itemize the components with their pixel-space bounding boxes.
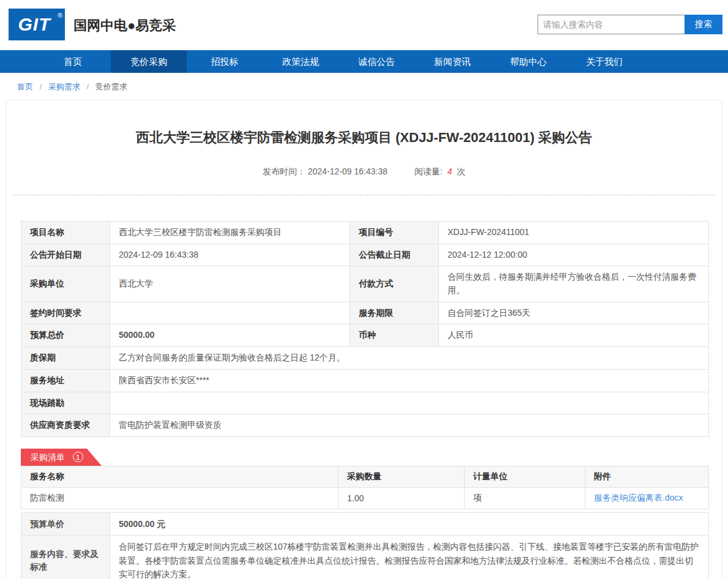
column-header: 采购数量 (339, 466, 465, 487)
column-header: 服务名称 (21, 466, 339, 487)
article-meta: 发布时间： 2024-12-09 16:43:38 阅读量: 4 次 (21, 166, 707, 177)
table-row: 服务内容、要求及标准 合同签订后在甲方规定时间内完成三校区107栋楼宇防雷装置检… (21, 536, 709, 579)
nav-item-bidding-purchase[interactable]: 竞价采购 (111, 50, 187, 73)
site-title: 国网中电●易竞采 (73, 17, 176, 35)
nav-item-policies[interactable]: 政策法规 (263, 50, 339, 73)
site-header: GIT ® 国网中电●易竞采 搜索 (0, 0, 728, 50)
field-value: 西北大学 (110, 266, 350, 302)
views-unit: 次 (457, 166, 465, 176)
field-value: XDJJ-FW-202411001 (439, 222, 709, 244)
purchase-list-section-header: 采购清单 1 (21, 449, 707, 466)
field-value: 乙方对合同服务的质量保证期为验收合格后之日起 12个月。 (110, 347, 709, 370)
table-header-row: 服务名称 采购数量 计量单位 附件 (21, 466, 709, 487)
attachment-cell: 服务类响应偏离表.docx (585, 487, 709, 509)
field-value: 自合同签订之日365天 (439, 302, 709, 324)
table-row: 现场踏勘 (21, 392, 709, 414)
breadcrumb-separator: / (40, 82, 42, 91)
page-title: 西北大学三校区楼宇防雷检测服务采购项目 (XDJJ-FW-202411001) … (21, 129, 707, 147)
search-button[interactable]: 搜索 (685, 15, 722, 34)
site-logo[interactable]: GIT ® (9, 9, 65, 40)
field-label: 项目名称 (21, 222, 110, 244)
field-value (110, 392, 709, 414)
nav-item-integrity-notice[interactable]: 诚信公告 (339, 50, 415, 73)
field-value: 合同签订后在甲方规定时间内完成三校区107栋楼宇防雷装置检测并出具检测报告，检测… (110, 536, 709, 579)
service-name-cell: 防雷检测 (21, 487, 339, 509)
field-value: 2024-12-12 12:00:00 (439, 244, 709, 266)
nav-item-home[interactable]: 首页 (35, 50, 111, 73)
service-detail-table: 预算单价 50000.00 元 服务内容、要求及标准 合同签订后在甲方规定时间内… (21, 512, 709, 579)
field-label: 采购单位 (21, 266, 110, 302)
budget-total-value: 50000.00 (110, 324, 350, 347)
search-input[interactable] (538, 15, 685, 34)
nav-item-news[interactable]: 新闻资讯 (415, 50, 490, 73)
field-label: 签约时间要求 (21, 302, 110, 324)
unit-cell: 项 (465, 487, 585, 509)
dashed-divider (13, 195, 715, 195)
views-label: 阅读量: (415, 166, 443, 176)
search-bar: 搜索 (538, 15, 722, 34)
table-row: 服务地址 陕西省西安市长安区**** (21, 369, 709, 392)
unit-price-value: 50000.00 元 (110, 512, 709, 535)
field-label: 供应商资质要求 (21, 414, 110, 437)
purchase-list-table: 服务名称 采购数量 计量单位 附件 防雷检测 1.00 项 服务类响应偏离表.d… (21, 466, 709, 509)
field-label: 公告开始日期 (21, 244, 110, 266)
publish-time-value: 2024-12-09 16:43:38 (308, 166, 388, 176)
table-row: 供应商资质要求 雷电防护装置检测甲级资质 (21, 414, 709, 437)
project-info-table: 项目名称 西北大学三校区楼宇防雷检测服务采购项目 项目编号 XDJJ-FW-20… (21, 221, 709, 437)
table-row: 签约时间要求 服务期限 自合同签订之日365天 (21, 302, 709, 324)
nav-item-tender[interactable]: 招投标 (187, 50, 263, 73)
breadcrumb: 首页 / 采购需求 / 竞价需求 (0, 73, 728, 100)
nav-item-about-us[interactable]: 关于我们 (566, 50, 642, 73)
breadcrumb-current: 竞价需求 (96, 82, 127, 91)
attachment-link[interactable]: 服务类响应偏离表.docx (594, 493, 683, 502)
column-header: 计量单位 (465, 466, 585, 487)
logo-text: GIT (18, 14, 56, 34)
nav-item-help-center[interactable]: 帮助中心 (490, 50, 566, 73)
ribbon-label: 采购清单 (31, 452, 65, 462)
table-row: 项目名称 西北大学三校区楼宇防雷检测服务采购项目 项目编号 XDJJ-FW-20… (21, 222, 709, 244)
column-header: 附件 (585, 466, 709, 487)
breadcrumb-purchase-demand[interactable]: 采购需求 (48, 82, 80, 91)
field-label: 预算单价 (21, 512, 110, 535)
table-row: 采购单位 西北大学 付款方式 合同生效后，待服务期满并经甲方验收合格后，一次性付… (21, 266, 709, 302)
field-label: 现场踏勘 (21, 392, 110, 414)
field-value: 陕西省西安市长安区**** (110, 369, 709, 392)
field-label: 服务地址 (21, 369, 110, 392)
field-label: 质保期 (21, 347, 110, 370)
registered-mark-icon: ® (58, 12, 62, 19)
field-label: 服务期限 (350, 302, 439, 324)
table-row: 预算单价 50000.00 元 (21, 512, 709, 535)
field-label: 服务内容、要求及标准 (21, 536, 110, 579)
table-row: 质保期 乙方对合同服务的质量保证期为验收合格后之日起 12个月。 (21, 347, 709, 370)
announcement-card: 西北大学三校区楼宇防雷检测服务采购项目 (XDJJ-FW-202411001) … (6, 100, 722, 579)
field-value: 2024-12-09 16:43:38 (110, 244, 350, 266)
field-label: 项目编号 (350, 222, 439, 244)
field-value: 人民币 (439, 324, 709, 347)
views-count: 4 (447, 166, 452, 176)
breadcrumb-separator: / (87, 82, 89, 91)
field-label: 公告截止日期 (350, 244, 439, 266)
table-row: 公告开始日期 2024-12-09 16:43:38 公告截止日期 2024-1… (21, 244, 709, 266)
field-label: 付款方式 (350, 266, 439, 302)
count-badge: 1 (73, 452, 83, 462)
table-row: 预算总价 50000.00 币种 人民币 (21, 324, 709, 347)
field-value (110, 302, 350, 324)
field-label: 预算总价 (21, 324, 110, 347)
breadcrumb-home[interactable]: 首页 (17, 82, 33, 91)
field-label: 币种 (350, 324, 439, 347)
quantity-cell: 1.00 (339, 487, 465, 509)
purchase-list-ribbon: 采购清单 1 (21, 449, 102, 466)
field-value: 合同生效后，待服务期满并经甲方验收合格后，一次性付清服务费用。 (439, 266, 709, 302)
field-value: 雷电防护装置检测甲级资质 (110, 414, 709, 437)
table-row: 防雷检测 1.00 项 服务类响应偏离表.docx (21, 487, 709, 509)
main-nav: 首页 竞价采购 招投标 政策法规 诚信公告 新闻资讯 帮助中心 关于我们 (0, 50, 728, 73)
publish-time-label: 发布时间： (263, 166, 306, 176)
field-value: 西北大学三校区楼宇防雷检测服务采购项目 (110, 222, 350, 244)
